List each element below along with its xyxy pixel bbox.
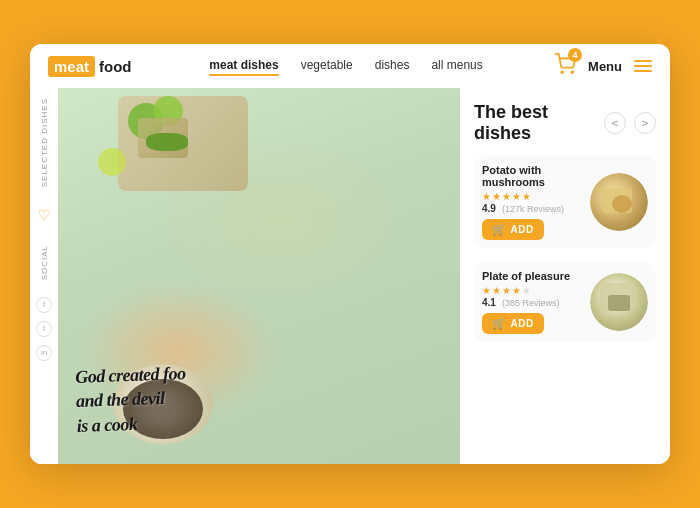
dish-info-1: Potato with mushrooms ★ ★ ★ ★ ★ 4.9 (127… <box>482 164 580 240</box>
nav-meat-dishes[interactable]: meat dishes <box>209 58 278 74</box>
panel-navigation: < > <box>604 112 656 134</box>
quote-line1: God created foo <box>75 361 186 389</box>
nav-vegetable[interactable]: vegetable <box>301 58 353 74</box>
star2-2: ★ <box>492 285 501 296</box>
dish-img-bg-2 <box>590 273 648 331</box>
logo-meat: meat <box>48 56 95 77</box>
hero-quote: God created foo and the devil is a cook <box>75 361 188 438</box>
star-4: ★ <box>512 191 521 202</box>
dish-img-bg-1 <box>590 173 648 231</box>
star2-1: ★ <box>482 285 491 296</box>
hamburger-icon[interactable] <box>634 60 652 72</box>
main-content: selected dishes ♡ Social f t in God <box>30 88 670 464</box>
star2-3: ★ <box>502 285 511 296</box>
dish-name-2: Plate of pleasure <box>482 270 580 282</box>
add-dish-1-button[interactable]: 🛒 ADD <box>482 219 544 240</box>
dish-name-1: Potato with mushrooms <box>482 164 580 188</box>
header-right: 4 Menu <box>554 53 652 79</box>
main-nav: meat dishes vegetable dishes all menus <box>138 58 554 74</box>
logo: meat food <box>48 56 138 77</box>
star-5: ★ <box>522 191 531 202</box>
add-label-2: ADD <box>511 318 534 329</box>
svg-point-1 <box>571 71 573 73</box>
quote-line3: is a cook <box>76 410 187 438</box>
header: meat food meat dishes vegetable dishes a… <box>30 44 670 88</box>
facebook-icon[interactable]: f <box>36 297 52 313</box>
food-piece-4 <box>608 295 630 311</box>
panel-header: The best dishes < > <box>474 102 656 144</box>
dish-rating-row-2: 4.1 (385 Reviews) <box>482 297 580 308</box>
right-panel: The best dishes < > Potato with mushroom… <box>460 88 670 464</box>
add-label-1: ADD <box>511 224 534 235</box>
dish-reviews-1: (127k Reviews) <box>502 204 564 214</box>
selected-dishes-label: selected dishes <box>40 98 49 187</box>
add-dish-2-button[interactable]: 🛒 ADD <box>482 313 544 334</box>
cart-button[interactable]: 4 <box>554 53 576 79</box>
next-dish-button[interactable]: > <box>634 112 656 134</box>
svg-point-0 <box>561 71 563 73</box>
cart-badge: 4 <box>568 48 582 62</box>
linkedin-icon[interactable]: in <box>36 345 52 361</box>
nav-dishes[interactable]: dishes <box>375 58 410 74</box>
dish-rating-2: 4.1 <box>482 297 496 308</box>
dish-rating-1: 4.9 <box>482 203 496 214</box>
dish-stars-2: ★ ★ ★ ★ ★ <box>482 285 580 296</box>
dish-image-2 <box>590 273 648 331</box>
star-3: ★ <box>502 191 511 202</box>
dish-reviews-2: (385 Reviews) <box>502 298 560 308</box>
add-icon-2: 🛒 <box>492 317 507 330</box>
dish-stars-1: ★ ★ ★ ★ ★ <box>482 191 580 202</box>
heart-icon[interactable]: ♡ <box>38 207 51 223</box>
menu-label[interactable]: Menu <box>588 59 622 74</box>
left-sidebar: selected dishes ♡ Social f t in <box>30 88 58 464</box>
dish-info-2: Plate of pleasure ★ ★ ★ ★ ★ 4.1 (385 Rev… <box>482 270 580 334</box>
dish-rating-row-1: 4.9 (127k Reviews) <box>482 203 580 214</box>
social-icons: f t in <box>36 297 52 361</box>
star-2: ★ <box>492 191 501 202</box>
lime-slice <box>98 148 126 176</box>
nav-all-menus[interactable]: all menus <box>431 58 482 74</box>
dish-card-1: Potato with mushrooms ★ ★ ★ ★ ★ 4.9 (127… <box>474 156 656 248</box>
twitter-icon[interactable]: t <box>36 321 52 337</box>
star2-4: ★ <box>512 285 521 296</box>
food-piece-2 <box>612 195 632 213</box>
star2-5: ★ <box>522 285 531 296</box>
prev-dish-button[interactable]: < <box>604 112 626 134</box>
dish-card-2: Plate of pleasure ★ ★ ★ ★ ★ 4.1 (385 Rev… <box>474 262 656 342</box>
hero-section: God created foo and the devil is a cook <box>58 88 460 464</box>
panel-title: The best dishes <box>474 102 604 144</box>
logo-food: food <box>99 58 131 75</box>
dish-image-1 <box>590 173 648 231</box>
add-icon-1: 🛒 <box>492 223 507 236</box>
star-1: ★ <box>482 191 491 202</box>
social-label: Social <box>40 245 49 280</box>
browser-window: meat food meat dishes vegetable dishes a… <box>30 44 670 464</box>
herb-1 <box>146 133 188 151</box>
